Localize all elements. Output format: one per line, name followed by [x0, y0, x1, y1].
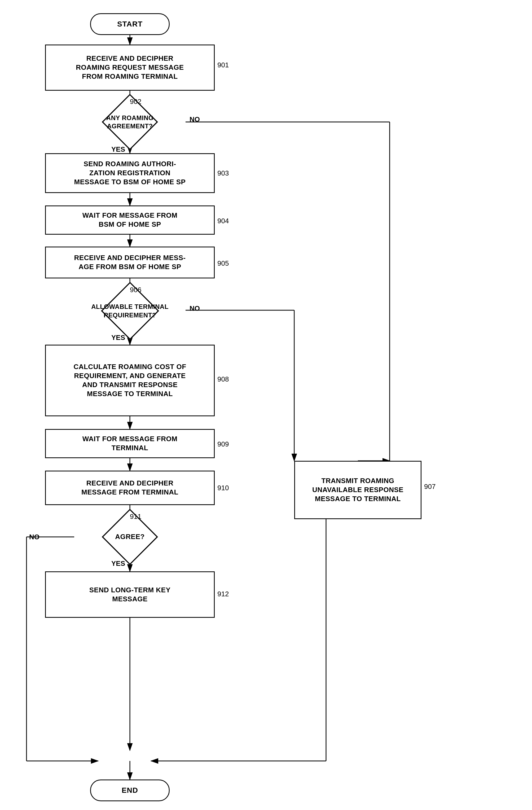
step-908-label: CALCULATE ROAMING COST OF REQUIREMENT, A… — [73, 362, 186, 398]
step-905-ref: 905 — [217, 259, 229, 268]
step-909-ref: 909 — [217, 440, 229, 448]
step-908-box: CALCULATE ROAMING COST OF REQUIREMENT, A… — [45, 345, 215, 416]
step-910-label: RECEIVE AND DECIPHER MESSAGE FROM TERMIN… — [81, 479, 178, 497]
step-907-box: TRANSMIT ROAMING UNAVAILABLE RESPONSE ME… — [294, 461, 421, 519]
step-912-label: SEND LONG-TERM KEY MESSAGE — [89, 586, 171, 604]
step-901-ref: 901 — [217, 61, 229, 69]
step-907-label: TRANSMIT ROAMING UNAVAILABLE RESPONSE ME… — [312, 476, 403, 503]
no-label-906: NO — [189, 304, 200, 313]
step-906-diamond-wrapper: ALLOWABLE TERMINAL REQUIREMENT? — [74, 290, 185, 331]
step-912-ref: 912 — [217, 590, 229, 598]
step-910-ref: 910 — [217, 484, 229, 492]
step-904-ref: 904 — [217, 217, 229, 225]
step-906-label: ALLOWABLE TERMINAL REQUIREMENT? — [74, 290, 185, 331]
step-902-diamond-wrapper: ANY ROAMING AGREEMENT? — [74, 102, 185, 142]
step-910-box: RECEIVE AND DECIPHER MESSAGE FROM TERMIN… — [45, 471, 215, 505]
no-label-902: NO — [189, 115, 200, 124]
step-905-label: RECEIVE AND DECIPHER MESS- AGE FROM BSM … — [74, 254, 186, 272]
no-label-911: NO — [29, 533, 39, 541]
start-terminal: START — [90, 13, 170, 35]
step-903-box: SEND ROAMING AUTHORI- ZATION REGISTRATIO… — [45, 153, 215, 193]
step-912-box: SEND LONG-TERM KEY MESSAGE — [45, 571, 215, 618]
step-909-label: WAIT FOR MESSAGE FROM TERMINAL — [82, 435, 178, 453]
step-903-ref: 903 — [217, 169, 229, 177]
flowchart: START RECEIVE AND DECIPHER ROAMING REQUE… — [0, 0, 532, 810]
step-904-box: WAIT FOR MESSAGE FROM BSM OF HOME SP — [45, 206, 215, 234]
end-terminal: END — [90, 779, 170, 801]
yes-label-906: YES — [111, 334, 125, 342]
step-904-label: WAIT FOR MESSAGE FROM BSM OF HOME SP — [82, 211, 178, 229]
yes-label-902: YES — [111, 145, 125, 153]
step-907-ref: 907 — [424, 483, 435, 491]
step-902-label: ANY ROAMING AGREEMENT? — [74, 102, 185, 142]
step-905-box: RECEIVE AND DECIPHER MESS- AGE FROM BSM … — [45, 247, 215, 278]
end-label: END — [122, 786, 138, 795]
step-909-box: WAIT FOR MESSAGE FROM TERMINAL — [45, 429, 215, 458]
step-908-ref: 908 — [217, 375, 229, 384]
step-901-box: RECEIVE AND DECIPHER ROAMING REQUEST MES… — [45, 45, 215, 91]
step-911-diamond-wrapper: AGREE? — [74, 517, 185, 557]
start-label: START — [117, 20, 143, 28]
yes-label-911: YES — [111, 560, 125, 568]
step-903-label: SEND ROAMING AUTHORI- ZATION REGISTRATIO… — [74, 160, 186, 187]
step-911-label: AGREE? — [74, 517, 185, 557]
step-901-label: RECEIVE AND DECIPHER ROAMING REQUEST MES… — [76, 54, 184, 81]
